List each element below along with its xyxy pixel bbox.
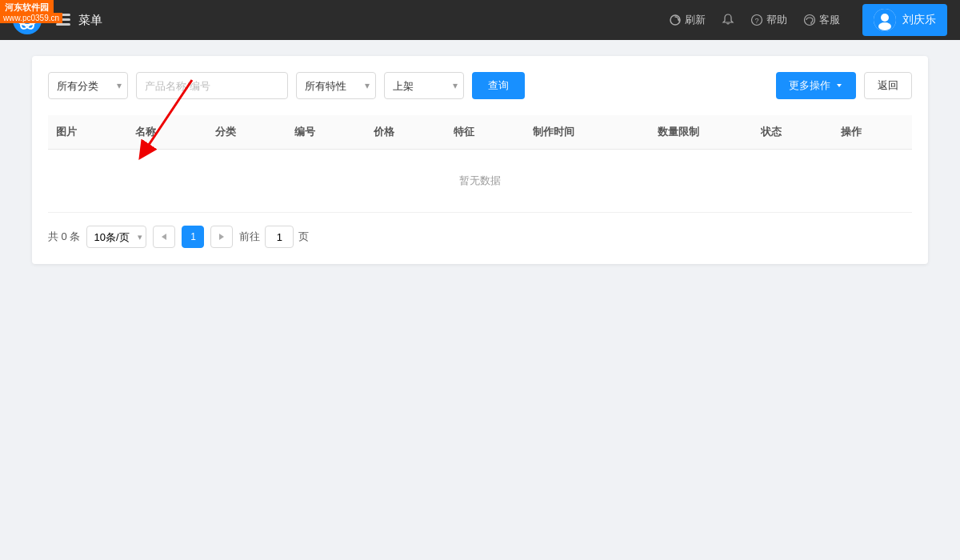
refresh-icon bbox=[669, 14, 682, 26]
help-icon: ? bbox=[750, 14, 763, 26]
col-price: 价格 bbox=[366, 115, 445, 150]
svg-marker-19 bbox=[219, 234, 224, 240]
navbar: 菜单 刷新 ? 帮助 bbox=[0, 0, 960, 40]
chevron-right-icon bbox=[218, 233, 225, 241]
bell-icon bbox=[722, 14, 734, 26]
back-button[interactable]: 返回 bbox=[864, 72, 912, 99]
user-menu[interactable]: 刘庆乐 bbox=[862, 4, 947, 36]
col-category: 分类 bbox=[207, 115, 286, 150]
category-select-wrap: 所有分类 bbox=[48, 72, 128, 99]
main-content: 所有分类 所有特性 上架 查询 更多操作 bbox=[16, 40, 944, 280]
col-status: 状态 bbox=[753, 115, 832, 150]
filter-section: 所有分类 所有特性 上架 查询 更多操作 bbox=[48, 72, 912, 99]
empty-row: 暂无数据 bbox=[48, 150, 912, 213]
page-goto: 前往 页 bbox=[239, 226, 309, 248]
main-card: 所有分类 所有特性 上架 查询 更多操作 bbox=[32, 56, 928, 264]
query-button[interactable]: 查询 bbox=[472, 72, 525, 99]
goto-prefix: 前往 bbox=[239, 230, 260, 244]
col-image: 图片 bbox=[48, 115, 127, 150]
pagination-bar: 共 0 条 10条/页 20条/页 50条/页 1 bbox=[48, 226, 912, 248]
empty-text: 暂无数据 bbox=[48, 150, 912, 213]
svg-text:?: ? bbox=[754, 17, 758, 25]
product-table: 图片 名称 分类 编号 价格 特征 制作时间 数量限制 状态 操作 暂无数据 bbox=[48, 115, 912, 213]
page-1-button[interactable]: 1 bbox=[182, 226, 204, 248]
refresh-action[interactable]: 刷新 bbox=[669, 13, 706, 27]
goto-input[interactable] bbox=[265, 226, 294, 248]
more-actions-button[interactable]: 更多操作 bbox=[776, 72, 856, 99]
user-name: 刘庆乐 bbox=[902, 13, 936, 27]
table-wrap: 图片 名称 分类 编号 价格 特征 制作时间 数量限制 状态 操作 暂无数据 bbox=[48, 115, 912, 213]
service-label: 客服 bbox=[819, 13, 840, 27]
chevron-down-icon bbox=[835, 82, 843, 90]
watermark-url: www.pc0359.cn bbox=[0, 13, 62, 23]
goto-suffix: 页 bbox=[298, 230, 309, 244]
table-header: 图片 名称 分类 编号 价格 特征 制作时间 数量限制 状态 操作 bbox=[48, 115, 912, 150]
name-input[interactable] bbox=[136, 72, 288, 99]
total-count: 共 0 条 bbox=[48, 230, 80, 244]
svg-rect-6 bbox=[56, 23, 70, 26]
svg-point-14 bbox=[878, 22, 891, 30]
next-page-button[interactable] bbox=[210, 226, 233, 248]
service-action[interactable]: 客服 bbox=[803, 13, 840, 27]
col-action: 操作 bbox=[833, 115, 912, 150]
col-name: 名称 bbox=[127, 115, 206, 150]
property-select-wrap: 所有特性 bbox=[296, 72, 376, 99]
help-label: 帮助 bbox=[766, 13, 787, 27]
col-code: 编号 bbox=[286, 115, 366, 150]
col-qty-limit: 数量限制 bbox=[650, 115, 754, 150]
col-feature: 特征 bbox=[446, 115, 525, 150]
more-actions-label: 更多操作 bbox=[789, 78, 830, 93]
service-icon bbox=[803, 14, 816, 26]
refresh-label: 刷新 bbox=[685, 13, 706, 27]
property-select[interactable]: 所有特性 bbox=[296, 72, 376, 99]
status-select[interactable]: 上架 bbox=[384, 72, 464, 99]
bell-action[interactable] bbox=[722, 14, 734, 26]
category-select[interactable]: 所有分类 bbox=[48, 72, 128, 99]
col-make-time: 制作时间 bbox=[525, 115, 650, 150]
header-row: 图片 名称 分类 编号 价格 特征 制作时间 数量限制 状态 操作 bbox=[48, 115, 912, 150]
svg-marker-18 bbox=[162, 234, 166, 240]
navbar-right: 刷新 ? 帮助 客服 bbox=[669, 4, 947, 36]
svg-marker-17 bbox=[837, 84, 842, 87]
svg-point-13 bbox=[881, 14, 889, 22]
avatar bbox=[874, 9, 896, 31]
chevron-left-icon bbox=[161, 233, 167, 241]
page-size-select[interactable]: 10条/页 20条/页 50条/页 bbox=[86, 226, 146, 248]
table-body: 暂无数据 bbox=[48, 150, 912, 213]
prev-page-button[interactable] bbox=[153, 226, 175, 248]
page-size-wrap: 10条/页 20条/页 50条/页 bbox=[86, 226, 146, 248]
status-select-wrap: 上架 bbox=[384, 72, 464, 99]
filter-bar: 所有分类 所有特性 上架 查询 更多操作 bbox=[48, 72, 912, 99]
help-action[interactable]: ? 帮助 bbox=[750, 13, 787, 27]
navbar-menu-label: 菜单 bbox=[78, 13, 102, 28]
